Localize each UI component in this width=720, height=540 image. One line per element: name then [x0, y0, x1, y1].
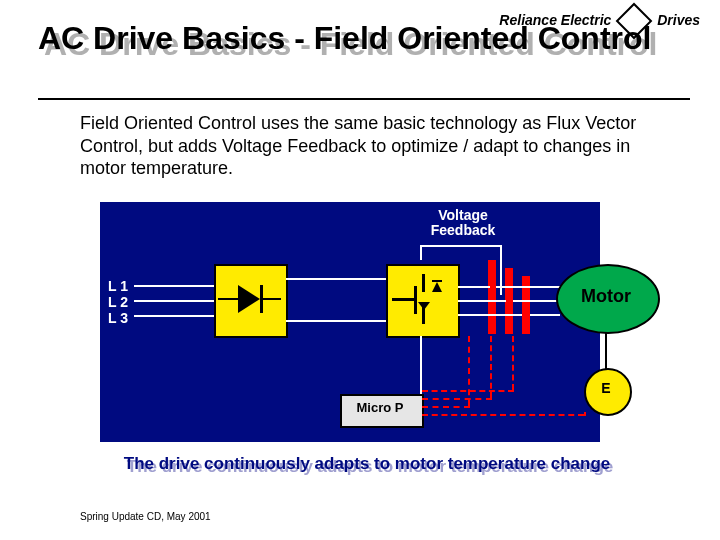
diode-icon: [238, 285, 260, 313]
fb-wire-h2: [422, 398, 492, 402]
fb-enc-v: [584, 412, 588, 416]
wire-l1: [134, 285, 214, 287]
fb-wire-h3: [422, 390, 514, 394]
motor-wire-3: [530, 314, 560, 316]
output-bar-u: [488, 260, 496, 334]
igbt-icon: [392, 274, 452, 324]
wire-l3: [134, 315, 214, 317]
caption-block: The drive continuously adapts to motor t…: [54, 454, 680, 474]
microprocessor-label: Micro P: [340, 400, 420, 415]
fb-wire-h1: [422, 406, 470, 410]
input-l1: L 1: [108, 278, 128, 294]
input-l2: L 2: [108, 294, 128, 310]
voltage-feedback-label: Voltage Feedback: [388, 208, 538, 239]
fb-enc-h: [422, 414, 584, 418]
out-wire-2: [458, 300, 506, 302]
fb-wire-v1: [468, 336, 472, 406]
motor-wire-1: [496, 286, 562, 288]
diode-wire-out: [263, 298, 281, 300]
motor-enc-wire: [605, 332, 607, 370]
encoder-label: E: [584, 380, 628, 396]
out-wire-3: [458, 314, 522, 316]
input-line-labels: L 1 L 2 L 3: [108, 278, 128, 326]
page-title: AC Drive Basics - Field Oriented Control: [38, 22, 690, 56]
diode-wire-in: [218, 298, 240, 300]
out-wire-1: [458, 286, 490, 288]
wire-l2: [134, 300, 214, 302]
body-text: Field Oriented Control uses the same bas…: [80, 112, 680, 180]
footer-text: Spring Update CD, May 2001: [80, 511, 211, 522]
fb-wire-v2: [490, 336, 494, 398]
title-block: AC Drive Basics - Field Oriented Control…: [38, 22, 690, 56]
motor-label: Motor: [556, 286, 656, 307]
slide: Reliance Electric Drives AC Drive Basics…: [0, 0, 720, 540]
dc-bus-bottom: [286, 320, 386, 322]
dc-bus-top: [286, 278, 386, 280]
microp-to-inv: [420, 336, 422, 394]
input-l3: L 3: [108, 310, 128, 326]
title-underline: [38, 98, 690, 100]
motor-wire-2: [513, 300, 561, 302]
vfb-wire-h: [420, 245, 502, 247]
vfb-wire-v2: [420, 245, 422, 260]
caption-text: The drive continuously adapts to motor t…: [54, 454, 680, 474]
fb-wire-v3: [512, 336, 516, 390]
output-bar-v: [505, 268, 513, 334]
output-bar-w: [522, 276, 530, 334]
